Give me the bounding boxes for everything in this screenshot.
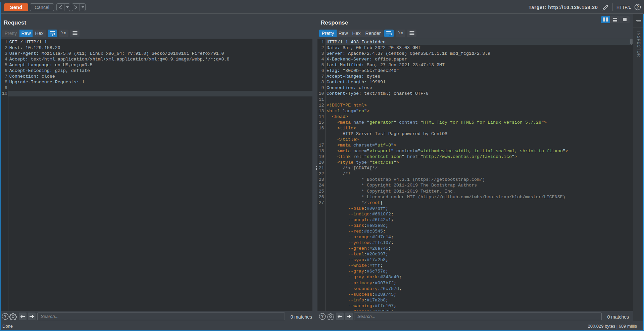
svg-text:?: ? (636, 5, 639, 9)
svg-text:?: ? (321, 314, 324, 319)
svg-text:?: ? (4, 314, 6, 319)
